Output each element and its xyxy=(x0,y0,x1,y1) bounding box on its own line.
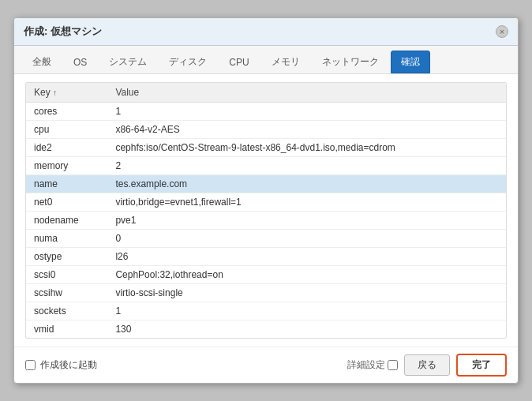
table-row[interactable]: scsi0CephPool:32,iothread=on xyxy=(26,266,506,284)
table-row[interactable]: cores1 xyxy=(26,103,506,121)
table-row[interactable]: ostypel26 xyxy=(26,248,506,266)
row-key: name xyxy=(26,175,107,193)
row-key: numa xyxy=(26,230,107,248)
sort-arrow-icon: ↑ xyxy=(53,88,57,97)
row-key: sockets xyxy=(26,302,107,320)
autostart-row: 作成後に起動 xyxy=(25,358,97,372)
row-value: x86-64-v2-AES xyxy=(107,121,506,139)
dialog-header: 作成: 仮想マシン × xyxy=(14,18,518,46)
autostart-label: 作成後に起動 xyxy=(40,358,97,372)
tab-disk[interactable]: ディスク xyxy=(159,51,217,73)
tab-cpu[interactable]: CPU xyxy=(219,52,259,73)
table-row[interactable]: vmid130 xyxy=(26,320,506,339)
detail-settings-checkbox[interactable] xyxy=(388,360,398,370)
table-row[interactable]: memory2 xyxy=(26,157,506,175)
tab-general[interactable]: 全般 xyxy=(22,51,62,73)
tab-os[interactable]: OS xyxy=(63,52,97,73)
config-table: Key ↑ Value cores1cpux86-64-v2-AESide2ce… xyxy=(26,83,506,338)
tab-confirm[interactable]: 確認 xyxy=(391,51,430,73)
row-value: virtio-scsi-single xyxy=(107,284,506,302)
create-vm-dialog: 作成: 仮想マシン × 全般 OS システム ディスク CPU メモリ ネットワ… xyxy=(13,17,519,384)
row-key: ide2 xyxy=(26,139,107,157)
row-key: net0 xyxy=(26,193,107,212)
row-key: scsihw xyxy=(26,284,107,302)
row-value: tes.example.com xyxy=(107,175,506,193)
autostart-checkbox[interactable] xyxy=(25,360,36,370)
row-key: vmid xyxy=(26,320,107,339)
finish-button[interactable]: 完了 xyxy=(456,354,507,377)
row-value: 1 xyxy=(107,103,506,121)
row-key: nodename xyxy=(26,212,107,230)
config-table-container: Key ↑ Value cores1cpux86-64-v2-AESide2ce… xyxy=(25,82,507,339)
table-row[interactable]: ide2cephfs:iso/CentOS-Stream-9-latest-x8… xyxy=(26,139,506,157)
tab-system[interactable]: システム xyxy=(99,51,157,73)
tab-memory[interactable]: メモリ xyxy=(261,51,310,73)
row-value: cephfs:iso/CentOS-Stream-9-latest-x86_64… xyxy=(107,139,506,157)
col-value-header: Value xyxy=(107,83,506,103)
dialog-body: Key ↑ Value cores1cpux86-64-v2-AESide2ce… xyxy=(14,74,518,347)
table-row[interactable]: numa0 xyxy=(26,230,506,248)
table-row[interactable]: nodenamepve1 xyxy=(26,212,506,230)
tab-bar: 全般 OS システム ディスク CPU メモリ ネットワーク 確認 xyxy=(14,46,518,74)
row-key: ostype xyxy=(26,248,107,266)
dialog-title: 作成: 仮想マシン xyxy=(24,24,102,39)
row-value: CephPool:32,iothread=on xyxy=(107,266,506,284)
table-row[interactable]: sockets1 xyxy=(26,302,506,320)
close-button[interactable]: × xyxy=(496,25,508,38)
table-row[interactable]: nametes.example.com xyxy=(26,175,506,193)
detail-settings-label: 詳細設定 xyxy=(347,358,385,372)
table-row[interactable]: net0virtio,bridge=evnet1,firewall=1 xyxy=(26,193,506,212)
dialog-footer: 作成後に起動 詳細設定 戻る 完了 xyxy=(14,347,518,383)
row-value: 1 xyxy=(107,302,506,320)
table-row[interactable]: scsihwvirtio-scsi-single xyxy=(26,284,506,302)
tab-network[interactable]: ネットワーク xyxy=(312,51,389,73)
row-value: pve1 xyxy=(107,212,506,230)
action-row: 詳細設定 戻る 完了 xyxy=(347,354,507,377)
row-value: virtio,bridge=evnet1,firewall=1 xyxy=(107,193,506,212)
back-button[interactable]: 戻る xyxy=(404,354,450,376)
row-key: scsi0 xyxy=(26,266,107,284)
row-value: 130 xyxy=(107,320,506,339)
row-value: 2 xyxy=(107,157,506,175)
row-key: cpu xyxy=(26,121,107,139)
table-row[interactable]: cpux86-64-v2-AES xyxy=(26,121,506,139)
row-key: memory xyxy=(26,157,107,175)
row-key: cores xyxy=(26,103,107,121)
row-value: 0 xyxy=(107,230,506,248)
col-key-header[interactable]: Key ↑ xyxy=(26,83,107,103)
detail-settings-link[interactable]: 詳細設定 xyxy=(347,358,398,372)
row-value: l26 xyxy=(107,248,506,266)
